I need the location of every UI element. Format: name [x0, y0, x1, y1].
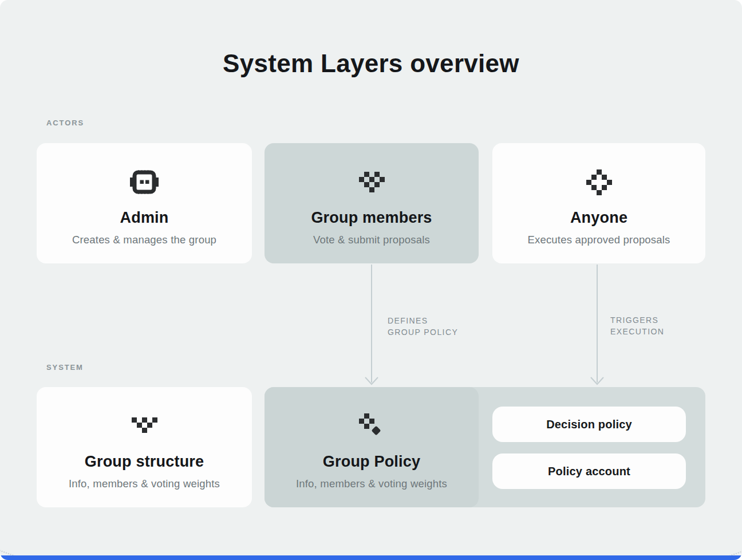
- triggers-arrow: [585, 263, 609, 387]
- arrow-label-line: DEFINES: [388, 315, 458, 326]
- arrow-label-line: EXECUTION: [610, 326, 664, 337]
- card-group-structure: Group structure Info, members & voting w…: [37, 387, 252, 507]
- system-name: Group structure: [85, 452, 204, 471]
- system-description: Info, members & voting weights: [69, 478, 220, 490]
- card-group-members: Group members Vote & submit proposals: [265, 143, 479, 263]
- arrow-label-line: GROUP POLICY: [388, 326, 458, 338]
- system-section-label: SYSTEM: [46, 363, 84, 372]
- card-admin: Admin Creates & manages the group: [37, 143, 252, 263]
- pixel-diamond-icon: [586, 168, 612, 196]
- actor-description: Creates & manages the group: [72, 234, 216, 246]
- system-layers-diagram: System Layers overview ACTORS Admin Crea…: [0, 0, 742, 560]
- defines-arrow: [360, 263, 384, 387]
- pixel-policy-icon: [359, 412, 384, 440]
- actor-description: Vote & submit proposals: [313, 234, 430, 246]
- pixel-chevron-icon: [132, 412, 157, 440]
- actors-section-label: ACTORS: [46, 119, 84, 127]
- card-group-policy: Group Policy Info, members & voting weig…: [265, 387, 479, 507]
- card-anyone: Anyone Executes approved proposals: [492, 143, 705, 263]
- decision-policy-pill: Decision policy: [492, 407, 686, 442]
- policy-account-pill: Policy account: [492, 453, 686, 489]
- robot-face-icon: [130, 168, 159, 196]
- group-policy-container: Group Policy Info, members & voting weig…: [265, 387, 705, 507]
- system-name: Group Policy: [323, 452, 420, 471]
- actor-name: Admin: [120, 208, 169, 227]
- page-title: System Layers overview: [0, 49, 742, 78]
- bottom-accent-bar: [0, 555, 742, 560]
- system-description: Info, members & voting weights: [296, 478, 447, 490]
- actor-name: Anyone: [570, 208, 627, 227]
- defines-arrow-label: DEFINES GROUP POLICY: [388, 315, 458, 338]
- triggers-arrow-label: TRIGGERS EXECUTION: [610, 314, 664, 337]
- arrow-label-line: TRIGGERS: [610, 314, 664, 326]
- pixel-heart-icon: [359, 168, 385, 196]
- actor-description: Executes approved proposals: [527, 234, 670, 246]
- actor-name: Group members: [311, 208, 432, 227]
